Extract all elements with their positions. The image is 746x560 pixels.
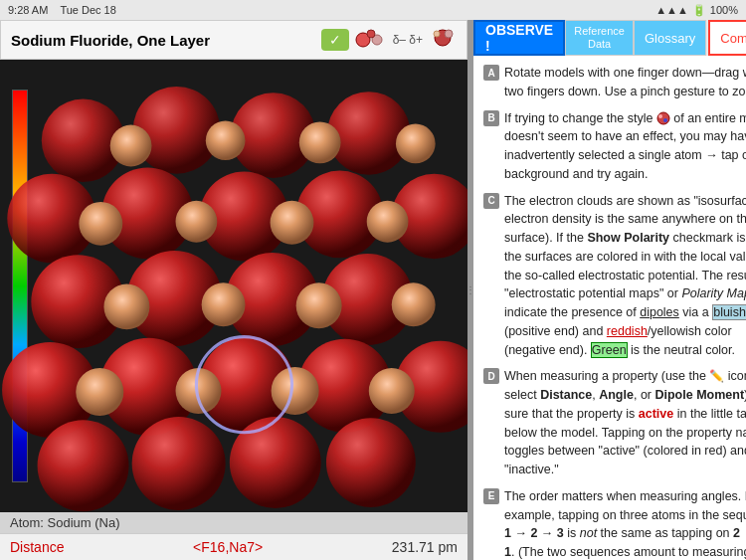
svg-point-36	[76, 368, 123, 416]
svg-point-42	[230, 417, 321, 508]
svg-point-27	[103, 283, 149, 329]
charge-icon[interactable]: δ– δ+	[393, 33, 423, 47]
section-c: C The electron clouds are shown as "isos…	[483, 192, 746, 360]
svg-point-29	[296, 282, 342, 328]
svg-point-10	[110, 125, 152, 167]
svg-point-9	[327, 92, 411, 175]
section-letter-e: E	[483, 488, 499, 504]
wifi-icon: ▲▲▲	[655, 4, 688, 16]
svg-point-5	[434, 31, 440, 37]
measurement-bar: Distance <F16,Na7> 231.71 pm	[0, 533, 467, 560]
molecule-3d-icon[interactable]	[429, 27, 457, 53]
tab-bar: OBSERVE ! ReferenceData Glossary Comment…	[473, 20, 746, 56]
svg-point-45	[657, 112, 669, 124]
svg-point-2	[367, 30, 375, 38]
left-panel: Sodium Fluoride, One Layer ✓ δ– δ+	[0, 20, 467, 560]
title-bar: Sodium Fluoride, One Layer ✓ δ– δ+	[0, 20, 467, 60]
svg-point-12	[299, 121, 341, 163]
section-d: D When measuring a property (use the ✏️ …	[483, 367, 746, 479]
svg-point-22	[367, 201, 409, 243]
section-letter-c: C	[483, 193, 499, 209]
svg-point-20	[176, 201, 218, 243]
svg-point-30	[392, 282, 436, 326]
svg-point-43	[326, 418, 416, 507]
section-a: A Rotate models with one finger down—dra…	[483, 64, 746, 101]
status-time-date: 9:28 AM Tue Dec 18	[8, 4, 116, 16]
svg-point-41	[132, 417, 226, 510]
section-text-a: Rotate models with one finger down—drag …	[504, 64, 746, 101]
section-text-d: When measuring a property (use the ✏️ ic…	[504, 367, 746, 479]
svg-point-39	[369, 368, 415, 414]
svg-point-21	[271, 201, 314, 245]
tab-comments[interactable]: Comments	[708, 20, 746, 56]
svg-point-46	[658, 114, 662, 118]
svg-point-40	[38, 420, 129, 511]
check-icon[interactable]: ✓	[321, 29, 349, 51]
svg-point-7	[133, 87, 221, 174]
measurement-value: 231.71 pm	[392, 539, 458, 555]
svg-point-38	[272, 367, 319, 415]
svg-point-11	[206, 120, 246, 160]
atom-info-bar: Atom: Sodium (Na)	[0, 512, 467, 533]
right-content[interactable]: A Rotate models with one finger down—dra…	[473, 56, 746, 560]
battery-icon: 🔋	[692, 4, 706, 17]
svg-point-13	[396, 124, 436, 164]
section-letter-b: B	[483, 110, 499, 126]
section-letter-d: D	[483, 368, 499, 384]
molecule-icon[interactable]	[355, 29, 387, 51]
molecule-view[interactable]	[0, 60, 467, 512]
svg-point-47	[663, 118, 667, 122]
section-text-c: The electron clouds are shown as "isosur…	[504, 192, 746, 360]
section-e: E The order matters when measuring angle…	[483, 487, 746, 560]
section-text-e: The order matters when measuring angles.…	[504, 487, 746, 560]
model-area[interactable]	[0, 60, 467, 512]
title-icons: ✓ δ– δ+	[321, 27, 457, 53]
svg-point-28	[202, 282, 246, 326]
section-text-b: If trying to change the style of an enti…	[504, 109, 746, 184]
style-icon	[656, 111, 670, 125]
section-b: B If trying to change the style of an en…	[483, 109, 746, 184]
pencil-icon: ✏️	[709, 367, 724, 385]
molecule-title: Sodium Fluoride, One Layer	[11, 32, 210, 49]
tab-observe[interactable]: OBSERVE !	[473, 20, 565, 56]
right-panel: OBSERVE ! ReferenceData Glossary Comment…	[473, 20, 746, 560]
measurement-id: <F16,Na7>	[193, 539, 263, 555]
status-bar: 9:28 AM Tue Dec 18 ▲▲▲ 🔋 100%	[0, 0, 746, 20]
section-letter-a: A	[483, 65, 499, 81]
measurement-label: Distance	[10, 539, 64, 555]
svg-point-4	[445, 30, 453, 38]
status-right: ▲▲▲ 🔋 100%	[655, 4, 738, 17]
svg-point-19	[79, 202, 122, 246]
main-content: Sodium Fluoride, One Layer ✓ δ– δ+	[0, 20, 746, 560]
tab-glossary[interactable]: Glossary	[634, 20, 706, 56]
tab-reference[interactable]: ReferenceData	[565, 20, 634, 56]
